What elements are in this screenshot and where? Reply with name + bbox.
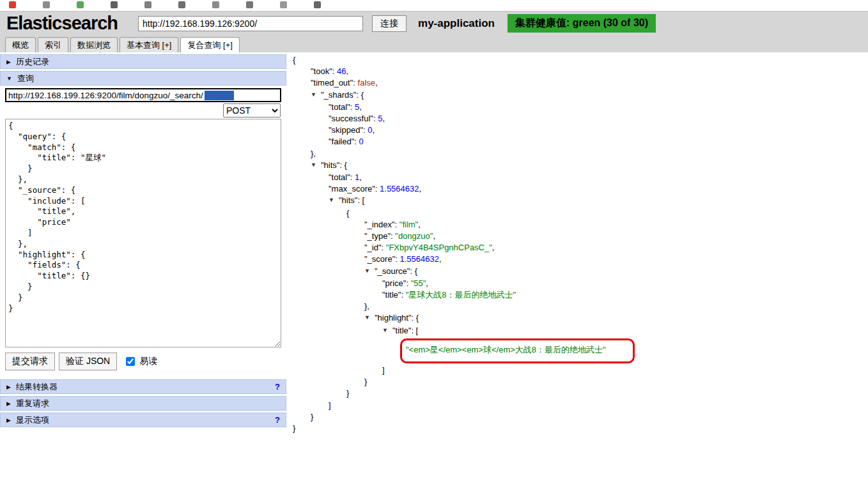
json-key: "title" [392, 326, 411, 335]
json-punct: } [364, 377, 367, 386]
json-key: "max_score" [329, 184, 375, 194]
json-line: { [288, 208, 635, 219]
method-select[interactable]: POST [223, 103, 281, 118]
browser-favicon[interactable] [111, 1, 118, 8]
json-line: "_type": "dongzuo", [288, 231, 635, 242]
section-label: 显示选项 [16, 414, 49, 426]
json-line: "max_score": 1.5564632, [288, 183, 635, 195]
json-line: "price": "55", [288, 278, 635, 289]
json-punct: { [346, 208, 349, 218]
json-number: 1.5564632 [380, 184, 419, 194]
section-query[interactable]: ▼ 查询 [0, 71, 286, 86]
section-label: 查询 [17, 73, 34, 84]
json-key: "price" [382, 278, 406, 288]
highlight-annotation-box: "<em>星</em><em>球</em>大战8：最后的绝地武士" [400, 338, 635, 363]
json-string: "星球大战8：最后的绝地武士" [406, 290, 516, 300]
json-punct: , [439, 254, 442, 264]
tab-overview[interactable]: 概览 [5, 37, 36, 52]
base-url-input[interactable] [138, 16, 363, 31]
json-line: "skipped": 0, [288, 125, 635, 136]
json-line: "failed": 0 [288, 136, 635, 148]
json-punct: : [375, 184, 380, 194]
browser-favicon[interactable] [178, 1, 185, 8]
json-punct: }, [364, 301, 369, 311]
json-number: 0 [359, 137, 364, 146]
json-line: ] [288, 365, 635, 376]
collapse-toggle-icon[interactable]: ▼ [382, 324, 388, 336]
tab-indices[interactable]: 索引 [38, 37, 68, 52]
json-line: "title": "星球大战8：最后的绝地武士" [288, 289, 635, 301]
json-line: ▼"_shards": { [288, 89, 635, 102]
collapse-toggle-icon[interactable]: ▼ [364, 265, 370, 277]
json-punct: , [346, 66, 349, 76]
json-number: 0 [368, 125, 372, 135]
help-icon[interactable]: ? [275, 415, 280, 425]
browser-favicon[interactable] [43, 1, 50, 8]
request-url-value: http://192.168.199.126:9200/film/dongzuo… [8, 91, 203, 100]
json-line: { [288, 54, 635, 66]
json-punct: : [382, 243, 386, 252]
request-url-input[interactable]: http://192.168.199.126:9200/film/dongzuo… [5, 88, 281, 102]
json-string: "FXbpvY4B4SPgnhCPasC_" [386, 243, 492, 252]
json-punct: ] [382, 365, 385, 375]
json-line: "timed_out": false, [288, 77, 635, 89]
json-number: 46 [337, 66, 346, 76]
json-line: "total": 5, [288, 102, 635, 113]
json-key: "_shards" [321, 90, 356, 100]
json-line: ▼"highlight": { [288, 312, 635, 324]
browser-favicon[interactable] [212, 1, 219, 8]
browser-favicon[interactable] [246, 1, 253, 8]
browser-favicon[interactable] [280, 1, 287, 8]
json-punct: } [346, 388, 349, 398]
json-key: "took" [311, 66, 332, 76]
collapse-toggle-icon[interactable]: ▼ [311, 89, 316, 100]
readable-checkbox[interactable] [126, 357, 135, 366]
json-punct: : [350, 102, 355, 112]
json-line: ▼"hits": [ [288, 195, 635, 207]
section-result-transformer[interactable]: ▶结果转换器? [0, 379, 286, 394]
json-punct: : [354, 137, 359, 146]
tab-data-browser[interactable]: 数据浏览 [70, 37, 118, 52]
json-string: "film" [399, 220, 418, 229]
json-line: ▼"title": [ [288, 325, 635, 337]
json-key: "total" [329, 102, 350, 112]
validate-json-button[interactable]: 验证 JSON [59, 353, 117, 370]
json-line: "<em>星</em><em>球</em>大战8：最后的绝地武士" [288, 337, 635, 365]
help-icon[interactable]: ? [275, 382, 280, 391]
json-key: "highlight" [375, 313, 412, 323]
browser-favicon[interactable] [9, 1, 16, 8]
tab-basic-query[interactable]: 基本查询 [+] [120, 37, 178, 52]
json-key: "_score" [364, 254, 395, 264]
collapse-toggle-icon[interactable]: ▼ [329, 194, 334, 206]
cluster-health-badge: 集群健康值: green (30 of 30) [508, 14, 656, 33]
json-key: "_index" [364, 220, 395, 229]
json-key: "timed_out" [311, 78, 353, 87]
json-line: } [288, 388, 635, 399]
request-body-textarea[interactable] [5, 119, 281, 347]
json-punct: , [426, 278, 428, 288]
query-actions: 提交请求 验证 JSON 易读 [5, 353, 281, 370]
section-label: 重复请求 [16, 398, 49, 409]
json-line: "took": 46, [288, 66, 635, 77]
collapse-toggle-icon[interactable]: ▼ [311, 159, 316, 171]
connect-button[interactable]: 连接 [372, 15, 407, 32]
json-punct: : [395, 220, 399, 229]
section-display-options[interactable]: ▶显示选项? [0, 413, 286, 427]
browser-favicon[interactable] [77, 1, 84, 8]
json-punct: , [359, 172, 362, 182]
section-repeat-request[interactable]: ▶重复请求 [0, 396, 286, 411]
json-punct: : [401, 290, 405, 300]
browser-favicon[interactable] [314, 1, 321, 8]
json-punct: : [332, 66, 337, 76]
json-number: 1.5564632 [399, 254, 438, 264]
submit-request-button[interactable]: 提交请求 [5, 353, 55, 370]
collapsed-triangle-icon: ▶ [6, 59, 11, 65]
browser-favicon[interactable] [144, 1, 151, 8]
json-punct: , [382, 114, 385, 123]
json-key: "title" [382, 290, 401, 300]
json-string: "55" [411, 278, 426, 288]
tab-compound-query[interactable]: 复合查询 [+] [180, 37, 239, 52]
section-history[interactable]: ▶ 历史记录 [0, 54, 286, 69]
json-punct: } [311, 412, 313, 421]
collapse-toggle-icon[interactable]: ▼ [364, 312, 370, 323]
